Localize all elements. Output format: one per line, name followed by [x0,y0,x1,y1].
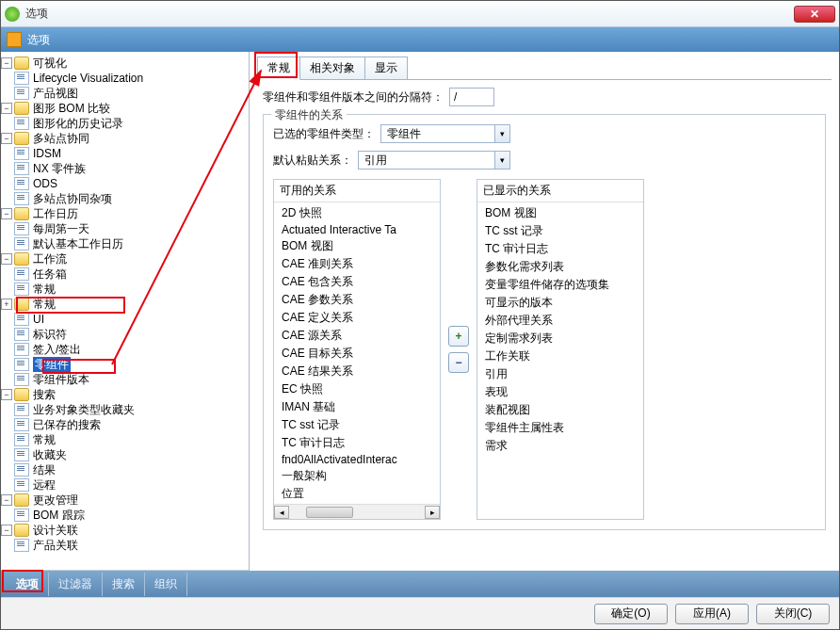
separator-row: 零组件和零组件版本之间的分隔符： [263,88,826,106]
list-item[interactable]: 位置 [274,485,440,503]
expand-icon[interactable]: − [1,103,12,114]
apply-button[interactable]: 应用(A) [675,604,749,624]
tree-node[interactable]: Lifecycle Visualization [33,71,143,86]
list-item[interactable]: EC 快照 [274,380,440,398]
list-item[interactable]: CAE 参数关系 [274,291,440,309]
h-scrollbar[interactable]: ◂▸ [274,504,440,519]
tree-node[interactable]: 更改管理 [33,493,78,508]
list-item[interactable]: CAE 目标关系 [274,345,440,363]
list-item[interactable]: 外部代理关系 [477,312,643,330]
displayed-items[interactable]: BOM 视图TC sst 记录TC 审计日志参数化需求列表变量零组件储存的选项集… [477,202,643,519]
list-item[interactable]: TC 审计日志 [477,240,643,258]
list-item[interactable]: Actuated Interactive Ta [274,222,440,237]
ok-button[interactable]: 确定(O) [594,604,668,624]
expand-icon[interactable]: − [1,133,12,144]
list-item[interactable]: 装配视图 [477,401,643,419]
tree-node[interactable]: 产品关联 [33,538,78,553]
available-items[interactable]: 2D 快照Actuated Interactive TaBOM 视图CAE 准则… [274,202,440,504]
separator-input[interactable] [449,88,494,106]
tree-node[interactable]: 零组件版本 [33,372,89,387]
tree-node[interactable]: IDSM [33,146,61,161]
list-item[interactable]: TC 审计日志 [274,434,440,452]
bottom-tab-search[interactable]: 搜索 [103,573,145,596]
list-item[interactable]: 定制需求列表 [477,330,643,347]
tree-node[interactable]: BOM 跟踪 [33,508,85,523]
list-item[interactable]: 参数化需求列表 [477,258,643,276]
tree-node[interactable]: 已保存的搜索 [33,417,101,432]
list-item[interactable]: TC sst 记录 [274,416,440,434]
tree-node[interactable]: 可视化 [33,56,67,71]
tree-node[interactable]: 常规 [33,432,56,447]
tree-node[interactable]: 多站点协同 [33,131,89,146]
bottom-tab-org[interactable]: 组织 [145,573,187,596]
tree-node[interactable]: 图形 BOM 比较 [33,101,110,116]
expand-icon[interactable]: − [1,208,12,219]
tree-node[interactable]: 产品视图 [33,86,78,101]
tree-node-general[interactable]: 常规 [33,297,56,312]
displayed-list[interactable]: 已显示的关系 BOM 视图TC sst 记录TC 审计日志参数化需求列表变量零组… [477,179,644,520]
tree-node[interactable]: 设计关联 [33,523,78,538]
folder-icon [14,252,29,266]
close-button[interactable]: ✕ [794,6,835,23]
expand-icon[interactable]: − [1,389,12,400]
list-item[interactable]: 需求 [477,437,643,455]
tab-related[interactable]: 相关对象 [299,57,365,79]
tree-node[interactable]: 图形化的历史记录 [33,116,123,131]
expand-icon[interactable]: + [1,299,12,310]
list-item[interactable]: CAE 结果关系 [274,363,440,380]
tree-node[interactable]: 工作流 [33,251,67,267]
list-item[interactable]: 零组件主属性表 [477,419,643,437]
list-item[interactable]: CAE 定义关系 [274,309,440,327]
tree-node[interactable]: 远程 [33,477,56,493]
list-item[interactable]: 表现 [477,383,643,401]
tree-node[interactable]: UI [33,312,44,327]
tree-node-selected[interactable]: 零组件 [33,357,71,372]
list-item[interactable]: 全局备选件列表 [274,503,440,504]
expand-icon[interactable]: − [1,525,12,536]
expand-icon[interactable]: − [1,253,12,265]
tree-node[interactable]: 业务对象类型收藏夹 [33,402,135,417]
list-item[interactable]: IMAN 基础 [274,398,440,416]
available-list[interactable]: 可用的关系 2D 快照Actuated Interactive TaBOM 视图… [273,179,441,520]
list-item[interactable]: 2D 快照 [274,204,440,222]
tree-node[interactable]: NX 零件族 [33,161,86,176]
tree-node[interactable]: ODS [33,176,57,191]
tree-node[interactable]: 工作日历 [33,206,78,221]
expand-icon[interactable]: − [1,57,12,69]
list-item[interactable]: CAE 准则关系 [274,255,440,273]
tree-node[interactable]: 任务箱 [33,267,67,282]
tab-general[interactable]: 常规 [257,57,300,80]
tree-node[interactable]: 搜索 [33,387,56,402]
tab-display[interactable]: 显示 [364,57,408,79]
tree-node[interactable]: 签入/签出 [33,342,81,357]
tree-node[interactable]: 每周第一天 [33,221,89,236]
tree-node[interactable]: 标识符 [33,327,67,342]
list-item[interactable]: CAE 包含关系 [274,273,440,291]
list-item[interactable]: fnd0AllActivatedInterac [274,452,440,467]
list-item[interactable]: BOM 视图 [274,237,440,255]
list-item[interactable]: 变量零组件储存的选项集 [477,276,643,294]
list-item[interactable]: 可显示的版本 [477,294,643,312]
list-item[interactable]: 引用 [477,365,643,383]
type-combo[interactable]: 零组件 ▾ [380,124,510,143]
chevron-down-icon[interactable]: ▾ [494,125,509,142]
close-dialog-button[interactable]: 关闭(C) [756,604,830,624]
list-item[interactable]: 一般架构 [274,467,440,485]
paste-combo[interactable]: 引用 ▾ [358,151,510,170]
expand-icon[interactable]: − [1,494,12,506]
list-item[interactable]: CAE 源关系 [274,327,440,345]
tree-node[interactable]: 默认基本工作日历 [33,236,123,251]
chevron-down-icon[interactable]: ▾ [494,152,509,169]
list-item[interactable]: TC sst 记录 [477,222,643,240]
page-icon [14,192,29,205]
remove-button[interactable]: − [448,352,469,373]
bottom-tab-filters[interactable]: 过滤器 [49,573,103,596]
list-item[interactable]: 工作关联 [477,347,643,365]
tree-node[interactable]: 收藏夹 [33,447,67,462]
list-item[interactable]: BOM 视图 [477,204,643,222]
tree-node[interactable]: 结果 [33,462,56,477]
bottom-tab-options[interactable]: 选项 [7,573,49,596]
add-button[interactable]: + [448,326,469,347]
tree-node[interactable]: 多站点协同杂项 [33,191,112,206]
tree-node[interactable]: 常规 [33,282,56,297]
